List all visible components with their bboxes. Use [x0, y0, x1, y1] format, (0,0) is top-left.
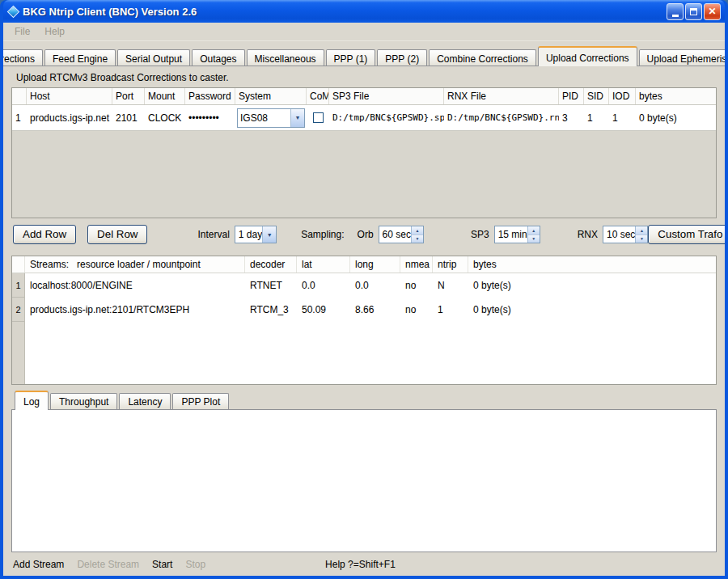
- add-stream-button[interactable]: Add Stream: [6, 556, 70, 573]
- col-ntrip: ntrip: [433, 256, 468, 273]
- menu-file[interactable]: File: [8, 24, 36, 39]
- menu-help[interactable]: Help: [38, 24, 71, 39]
- tab-serial-output[interactable]: Serial Output: [117, 49, 190, 66]
- rnx-file-cell[interactable]: D:/tmp/BNC${GPSWD}.rnx: [444, 105, 559, 130]
- rnx-spin-down-icon[interactable]: ▼: [636, 235, 647, 243]
- orb-spin-up-icon[interactable]: ▲: [412, 226, 423, 235]
- decoder-cell: RTCM_3: [245, 298, 297, 322]
- upload-description: Upload RTCMv3 Broadcast Corrections to c…: [16, 72, 725, 83]
- rnx-spin-up-icon[interactable]: ▲: [636, 226, 647, 235]
- col-password: Password: [185, 88, 235, 104]
- sp3-value: 15 min: [495, 226, 527, 243]
- sampling-label: Sampling:: [301, 229, 344, 240]
- tab-throughput[interactable]: Throughput: [50, 393, 117, 409]
- interval-dropdown-icon[interactable]: ▼: [262, 226, 276, 243]
- mount-cell[interactable]: CLOCK: [145, 105, 185, 130]
- tab-latency[interactable]: Latency: [119, 393, 171, 409]
- interval-select[interactable]: 1 day ▼: [235, 226, 277, 243]
- pid-cell[interactable]: 3: [559, 105, 584, 130]
- interval-label: Interval: [197, 229, 229, 240]
- interval-value: 1 day: [235, 226, 262, 243]
- title-bar[interactable]: BKG Ntrip Client (BNC) Version 2.6 ✕: [3, 0, 725, 23]
- upload-table-header: Host Port Mount Password System CoM SP3 …: [12, 88, 716, 105]
- close-button[interactable]: ✕: [704, 3, 721, 20]
- rnx-spinner[interactable]: 10 sec ▲ ▼: [603, 226, 648, 243]
- stream-row[interactable]: 2 products.igs-ip.net:2101/RTCM3EPH RTCM…: [12, 298, 716, 322]
- row-header-strip: [12, 322, 25, 384]
- dropdown-arrow-icon[interactable]: ▼: [290, 109, 304, 127]
- tab-ppp-plot[interactable]: PPP Plot: [172, 393, 229, 409]
- password-cell[interactable]: •••••••••: [185, 105, 235, 130]
- close-icon: ✕: [708, 6, 716, 17]
- orb-label: Orb: [358, 229, 374, 240]
- long-cell: 8.66: [350, 298, 400, 322]
- system-value: IGS08: [238, 112, 290, 124]
- tab-ppp-2[interactable]: PPP (2): [377, 49, 427, 66]
- help-hint-label: Help ?=Shift+F1: [319, 556, 402, 573]
- tab-feed-engine[interactable]: Feed Engine: [44, 49, 116, 66]
- bytes-cell: 0 byte(s): [468, 298, 716, 322]
- stream-row[interactable]: 1 localhost:8000/ENGINE RTNET 0.0 0.0 no…: [12, 273, 716, 298]
- custom-trafo-button[interactable]: Custom Trafo: [648, 225, 725, 244]
- footer-bar: Add Stream Delete Stream Start Stop Help…: [3, 552, 725, 576]
- tab-ppp-1[interactable]: PPP (1): [326, 49, 376, 66]
- col-sp3-file: SP3 File: [329, 88, 444, 104]
- stop-button[interactable]: Stop: [179, 556, 212, 573]
- com-checkbox[interactable]: [313, 112, 324, 123]
- upload-row: 1 products.igs-ip.net 2101 CLOCK •••••••…: [12, 105, 716, 131]
- sp3-spinner[interactable]: 15 min ▲ ▼: [494, 226, 540, 243]
- sid-cell[interactable]: 1: [584, 105, 609, 130]
- lat-cell: 50.09: [297, 298, 350, 322]
- long-cell: 0.0: [350, 273, 400, 298]
- col-com: CoM: [307, 88, 329, 104]
- col-port: Port: [112, 88, 145, 104]
- tab-miscellaneous[interactable]: Miscellaneous: [247, 49, 324, 66]
- col-system: System: [235, 88, 307, 104]
- rnx-value: 10 sec: [603, 226, 635, 243]
- tab-outages[interactable]: Outages: [192, 49, 244, 66]
- decoder-cell: RTNET: [245, 273, 297, 298]
- client-area: File Help rections Feed Engine Serial Ou…: [3, 23, 725, 576]
- iod-cell[interactable]: 1: [609, 105, 636, 130]
- streams-table-empty-area: [12, 322, 716, 384]
- tab-upload-corrections[interactable]: Upload Corrections: [538, 46, 637, 66]
- lat-cell: 0.0: [297, 273, 350, 298]
- bytes-cell: 0 byte(s): [636, 105, 716, 130]
- port-cell[interactable]: 2101: [112, 105, 145, 130]
- sp3-file-cell[interactable]: D:/tmp/BNC${GPSWD}.sp3: [329, 105, 444, 130]
- rnx-label: RNX: [578, 229, 598, 240]
- streams-table-header: Streams: resource loader / mountpoint de…: [12, 256, 716, 273]
- tab-log[interactable]: Log: [15, 391, 49, 410]
- add-row-button[interactable]: Add Row: [13, 225, 76, 244]
- streams-table: Streams: resource loader / mountpoint de…: [11, 256, 717, 385]
- tab-corrections[interactable]: rections: [3, 49, 43, 66]
- start-button[interactable]: Start: [146, 556, 179, 573]
- orb-spin-down-icon[interactable]: ▼: [412, 235, 423, 243]
- tab-upload-ephemeris[interactable]: Upload Ephemeris: [639, 49, 725, 66]
- col-iod: IOD: [609, 88, 636, 104]
- col-mount: Mount: [145, 88, 185, 104]
- sp3-spin-up-icon[interactable]: ▲: [528, 226, 540, 235]
- sp3-spin-down-icon[interactable]: ▼: [528, 235, 540, 243]
- nmea-cell: no: [400, 298, 433, 322]
- app-icon: [7, 5, 20, 18]
- maximize-button[interactable]: [685, 3, 702, 20]
- log-output-panel[interactable]: [11, 409, 717, 552]
- window-title: BKG Ntrip Client (BNC) Version 2.6: [23, 6, 662, 18]
- tab-combine-corrections[interactable]: Combine Corrections: [429, 49, 536, 66]
- system-select[interactable]: IGS08 ▼: [237, 108, 305, 128]
- delete-stream-button[interactable]: Delete Stream: [70, 556, 146, 573]
- mountpoint-cell: localhost:8000/ENGINE: [25, 273, 245, 298]
- col-decoder: decoder: [245, 256, 297, 273]
- orb-spinner[interactable]: 60 sec ▲ ▼: [379, 226, 424, 243]
- bytes-cell: 0 byte(s): [468, 273, 716, 298]
- row-number: 1: [12, 273, 25, 298]
- col-nmea: nmea: [400, 256, 433, 273]
- del-row-button[interactable]: Del Row: [87, 225, 147, 244]
- minimize-button[interactable]: [667, 3, 684, 20]
- col-sid: SID: [584, 88, 609, 104]
- host-cell[interactable]: products.igs-ip.net: [27, 105, 112, 130]
- ntrip-cell: N: [433, 273, 468, 298]
- orb-value: 60 sec: [379, 226, 411, 243]
- ntrip-cell: 1: [433, 298, 468, 322]
